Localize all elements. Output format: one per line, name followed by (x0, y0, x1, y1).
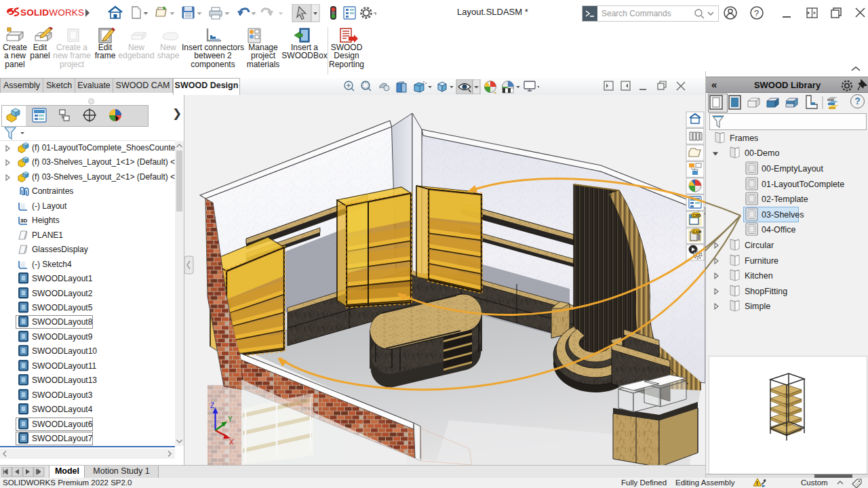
svg-text:X: X (229, 439, 234, 446)
svg-text:Z: Z (210, 402, 214, 409)
svg-text:3D: 3D (20, 218, 27, 224)
svg-text:!: ! (756, 480, 758, 487)
svg-text:SOLIDWORKS: SOLIDWORKS (20, 7, 84, 18)
svg-text:CAM: CAM (693, 230, 702, 234)
svg-text:?: ? (754, 8, 759, 18)
svg-text:Y: Y (228, 415, 233, 423)
svg-text:CRD: CRD (693, 214, 701, 218)
